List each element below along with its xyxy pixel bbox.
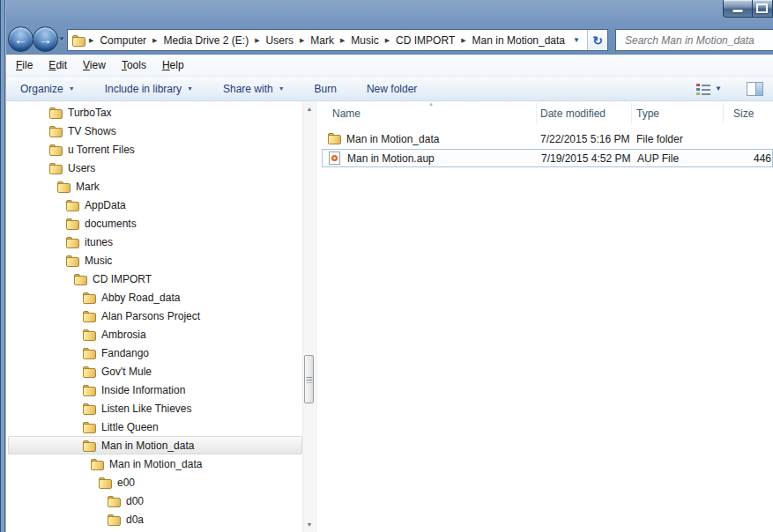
column-separator[interactable] <box>631 103 632 123</box>
toolbar-share-with[interactable]: Share with▼ <box>214 79 294 99</box>
toolbar-label: Include in library <box>105 83 182 95</box>
tree-item-label: Inside Information <box>101 384 185 396</box>
tree-item[interactable]: TurboTax <box>8 103 302 122</box>
tree-item[interactable]: Music <box>8 251 302 270</box>
menu-tools[interactable]: Tools <box>114 56 154 74</box>
maximize-button[interactable] <box>752 0 773 18</box>
tree-item[interactable]: d0a <box>8 510 302 528</box>
scrollbar-grip <box>306 376 312 382</box>
column-header-type[interactable]: Type <box>636 107 659 120</box>
tree-item-label: Ambrosia <box>101 329 146 341</box>
menu-view[interactable]: View <box>75 56 114 74</box>
folder-icon <box>83 421 96 433</box>
breadcrumb-segment[interactable]: CD IMPORT <box>391 32 459 49</box>
folder-icon <box>49 162 63 174</box>
tree-scrollbar[interactable]: ▲ ▼ <box>302 101 315 532</box>
search-input[interactable] <box>616 30 773 50</box>
toolbar-label: Burn <box>315 83 337 95</box>
breadcrumb-arrow[interactable]: ▶ <box>459 37 467 44</box>
breadcrumb-arrow[interactable]: ▶ <box>383 37 391 44</box>
column-header-size[interactable]: Size <box>733 107 754 120</box>
column-header-date-modified[interactable]: Date modified <box>540 107 606 120</box>
menu-edit[interactable]: Edit <box>41 56 75 74</box>
tree-item-label: Listen Like Thieves <box>101 403 192 415</box>
toolbar-new-folder[interactable]: New folder <box>358 79 426 99</box>
folder-icon <box>49 144 63 156</box>
tree-item-label: Gov't Mule <box>101 366 152 378</box>
tree-item[interactable]: u Torrent Files <box>8 140 302 159</box>
tree-item[interactable]: e00 <box>8 473 302 491</box>
address-bar[interactable]: ▶ Computer▶Media Drive 2 (E:)▶Users▶Mark… <box>67 29 608 51</box>
file-row[interactable]: Man in Motion_data7/22/2015 5:16 PMFile … <box>317 130 773 149</box>
breadcrumb-arrow[interactable]: ▶ <box>338 37 346 44</box>
toolbar-left: Organize▼Include in library▼Share with▼B… <box>1 79 692 99</box>
maximize-icon <box>756 4 768 13</box>
chevron-down-icon: ▼ <box>715 85 722 92</box>
tree-item[interactable]: Users <box>8 159 302 177</box>
minimize-button[interactable] <box>723 0 753 18</box>
navigation-bar: ← → ▼ ▶ Computer▶Media Drive 2 (E:)▶User… <box>0 25 773 55</box>
tree-item-label: itunes <box>85 236 113 248</box>
breadcrumb-segment[interactable]: Computer <box>95 32 151 49</box>
toolbar-include-in-library[interactable]: Include in library▼ <box>96 79 202 99</box>
toolbar-organize[interactable]: Organize▼ <box>11 79 84 99</box>
views-button[interactable]: ▼ <box>692 80 726 98</box>
refresh-button[interactable]: ↻ <box>587 30 607 50</box>
column-separator[interactable] <box>723 103 724 123</box>
folder-icon <box>328 132 341 144</box>
back-button[interactable]: ← <box>8 26 33 52</box>
folder-icon <box>66 218 79 230</box>
tree-item[interactable]: d00 <box>8 491 302 510</box>
breadcrumb-arrow: ▶ <box>87 37 95 44</box>
tree-item[interactable]: Listen Like Thieves <box>8 399 302 417</box>
scroll-up-icon[interactable]: ▲ <box>303 101 316 116</box>
breadcrumb-segment[interactable]: Media Drive 2 (E:) <box>159 32 253 49</box>
files-pane: ▲ NameDate modifiedTypeSize Man in Motio… <box>317 101 773 532</box>
address-dropdown-icon[interactable]: ▼ <box>566 36 587 44</box>
tree-item[interactable]: Abby Road_data <box>8 288 302 307</box>
scroll-down-icon[interactable]: ▼ <box>303 516 316 532</box>
folder-icon <box>83 403 96 415</box>
tree-item[interactable]: itunes <box>8 233 302 251</box>
breadcrumb-segment[interactable]: Users <box>262 32 298 49</box>
tree-item[interactable] <box>8 528 302 532</box>
file-list: Man in Motion_data7/22/2015 5:16 PMFile … <box>317 125 773 532</box>
tree-item[interactable]: TV Shows <box>8 122 302 140</box>
tree-item[interactable]: documents <box>8 214 302 233</box>
breadcrumb-arrow[interactable]: ▶ <box>253 37 261 44</box>
tree-item[interactable]: AppData <box>8 196 302 214</box>
breadcrumb-arrow[interactable]: ▶ <box>151 37 159 44</box>
tree-item[interactable]: Fandango <box>8 344 302 362</box>
tree-item[interactable]: Inside Information <box>8 381 302 399</box>
tree-item-label: TV Shows <box>68 125 116 137</box>
tree-item[interactable]: Little Queen <box>8 417 302 436</box>
toolbar-burn[interactable]: Burn <box>306 79 346 99</box>
column-separator[interactable] <box>536 103 537 123</box>
tree-item[interactable]: Man in Motion_data <box>8 454 302 473</box>
file-row[interactable]: Man in Motion.aup7/19/2015 4:52 PMAUP Fi… <box>322 149 773 167</box>
tree-item-label: Abby Road_data <box>101 292 180 304</box>
menu-file[interactable]: File <box>8 56 41 74</box>
menu-help[interactable]: Help <box>154 56 192 74</box>
recent-pages-chevron-icon[interactable]: ▼ <box>58 35 65 43</box>
tree-item[interactable]: Alan Parsons Project <box>8 307 302 325</box>
folder-icon <box>66 236 79 248</box>
preview-pane-button[interactable] <box>742 79 768 99</box>
pane-separator <box>316 101 316 532</box>
breadcrumb-segment[interactable]: Music <box>346 32 383 49</box>
breadcrumb-segment[interactable]: Mark <box>306 32 338 49</box>
scrollbar-thumb[interactable] <box>304 355 314 403</box>
folder-icon <box>91 458 104 470</box>
preview-pane-icon <box>747 82 763 96</box>
column-header-name[interactable]: Name <box>332 107 360 120</box>
tree-item[interactable]: Man in Motion_data <box>8 436 302 454</box>
tree-item[interactable]: CD IMPORT <box>8 270 302 288</box>
forward-button[interactable]: → <box>33 26 58 52</box>
breadcrumb-arrow[interactable]: ▶ <box>298 37 306 44</box>
tree-item[interactable]: Ambrosia <box>8 325 302 344</box>
tree-item-label: u Torrent Files <box>68 144 135 156</box>
tree-item[interactable]: Gov't Mule <box>8 362 302 381</box>
tree-item[interactable]: Mark <box>8 177 302 196</box>
breadcrumb-segment[interactable]: Man in Motion_data <box>468 32 566 49</box>
toolbar-label: Share with <box>223 83 273 95</box>
